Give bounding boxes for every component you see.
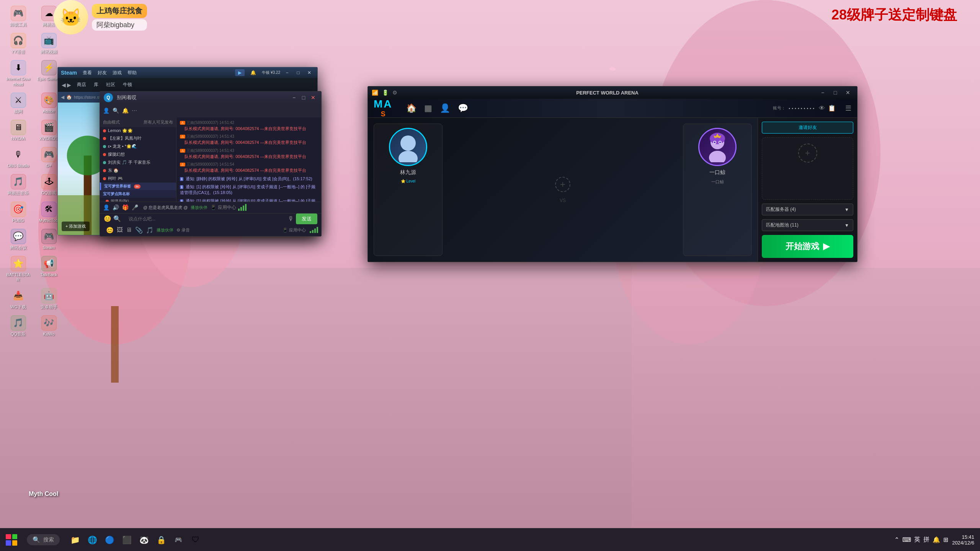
chat-record-text[interactable]: ⚙ 录音	[176, 227, 190, 233]
desktop-icon-23[interactable]: 🎶 KuWo	[34, 313, 63, 339]
desktop-icon-21[interactable]: 🤖 安卓助手	[34, 286, 63, 311]
steam-forward-btn[interactable]: ▶	[67, 82, 71, 88]
pwa-start-game-btn[interactable]: 开始游戏 ▶	[762, 235, 853, 258]
taskbar-file-explorer[interactable]: 📁	[67, 532, 83, 548]
chat-music-label[interactable]: 播放伙伴	[191, 205, 207, 210]
sidebar-item-e[interactable]: ε• 龙龙 • *🌟🌊	[100, 142, 176, 150]
sidebar-item-lemon[interactable]: Lemon 🌟🌟	[100, 127, 176, 134]
taskbar-lang-icon[interactable]: 英	[914, 536, 920, 544]
pwa-sidebar-icon[interactable]: ☰	[845, 104, 851, 112]
chat-mic-icon[interactable]: 🎤	[132, 204, 138, 210]
taskbar-chrome[interactable]: 🔵	[102, 532, 117, 548]
desktop-icon-22[interactable]: 🎵 QQ音乐	[4, 313, 33, 339]
add-game-btn[interactable]: + 添加游戏	[62, 222, 90, 231]
sidebar-item-zuojia[interactable]: 【左家】凤凰与叶	[100, 134, 176, 142]
sidebar-item-mengji[interactable]: 朦胧幻想	[100, 150, 176, 158]
chat-maximize-btn[interactable]: □	[299, 94, 308, 101]
desktop-icon-16[interactable]: 💬 腾讯会议	[4, 227, 33, 252]
taskbar-search-box[interactable]: 🔍 搜索	[27, 534, 60, 545]
chat-bell-icon[interactable]: 🔔	[122, 108, 129, 114]
desktop-icon-20[interactable]: 📥 WG下载	[4, 286, 33, 311]
pwa-add-player-btn[interactable]: +	[555, 177, 570, 192]
chat-minimize-btn[interactable]: −	[290, 94, 298, 101]
chat-bottom-file[interactable]: 📎	[135, 227, 143, 234]
pwa-nav-grid[interactable]: ▦	[424, 103, 432, 113]
taskbar-steam-icon[interactable]: 🎮	[171, 532, 186, 548]
desktop-icon-18[interactable]: ⭐ BATTLESTAR	[4, 254, 33, 284]
taskbar-start-btn[interactable]	[0, 528, 23, 551]
chat-emoji-btn[interactable]: 😊	[104, 215, 111, 222]
pwa-account-eye[interactable]: 👁	[819, 105, 825, 112]
sidebar-subitem-admin[interactable]: 管理员(8k)	[100, 198, 176, 202]
taskbar-terminal[interactable]: ⬛	[119, 532, 134, 548]
pwa-close-btn[interactable]: ✕	[843, 89, 853, 96]
pwa-window[interactable]: 📶 🔋 ⚙ PERFECT WORLD ARENA − □ ✕ MA S 🏠 ▦…	[368, 86, 858, 262]
chat-record-btn[interactable]: 🎙	[288, 215, 294, 222]
sidebar-item-lishi[interactable]: 刘洪实 🎵 手 千家音乐	[100, 158, 176, 166]
steam-play-btn[interactable]: ▶	[235, 69, 245, 76]
chat-app-icon[interactable]: 📱 应用中心	[211, 204, 236, 211]
steam-tab-store[interactable]: 商店	[77, 80, 86, 91]
steam-menu-help[interactable]: 帮助	[127, 70, 137, 76]
steam-close-btn[interactable]: ✕	[304, 69, 314, 76]
chat-message-input[interactable]	[125, 214, 284, 223]
desktop-icon-4[interactable]: ⬇ Internet Download	[4, 58, 33, 88]
steam-tab-library[interactable]: 库	[94, 80, 98, 91]
sidebar-item-dong[interactable]: 东 🏠	[100, 166, 176, 174]
desktop-icon-6[interactable]: ⚔ 战网	[4, 91, 33, 116]
taskbar-keyboard-icon[interactable]: ⌨	[902, 536, 911, 543]
taskbar-arrow-icon[interactable]: ⌃	[894, 536, 899, 543]
chat-bottom-img[interactable]: 🖼	[117, 227, 123, 233]
desktop-icon-2[interactable]: 🎧 YY语音	[4, 31, 33, 56]
pwa-nav-user[interactable]: 👤	[440, 103, 450, 113]
desktop-icon-14[interactable]: 🎯 PUBG	[4, 200, 33, 225]
taskbar-app2[interactable]: 🔒	[154, 532, 169, 548]
desktop-icon-12[interactable]: 🎵 网易云音乐	[4, 172, 33, 197]
desktop-icon-label-13: OQ游戏	[41, 191, 56, 196]
desktop-icon-10[interactable]: 🎙 OBS Studio	[4, 145, 33, 170]
steam-minimize-btn[interactable]: −	[282, 69, 292, 76]
desktop-icon-19[interactable]: 📢 TalkBack	[34, 254, 63, 284]
steam-menu-games[interactable]: 游戏	[113, 70, 122, 76]
pwa-nav-home[interactable]: 🏠	[406, 103, 416, 113]
steam-back-btn[interactable]: ◀	[62, 82, 66, 88]
taskbar-edge[interactable]: 🌐	[85, 532, 100, 548]
pwa-nav-chat[interactable]: 💬	[458, 103, 468, 113]
taskbar-ime-icon[interactable]: 拼	[923, 536, 929, 544]
pwa-maximize-btn[interactable]: □	[830, 89, 841, 96]
chat-send-btn[interactable]: 发送	[296, 214, 317, 224]
desktop-icon-8[interactable]: 🖥 NVIDIA	[4, 118, 33, 143]
taskbar-app1[interactable]: 🐼	[136, 532, 152, 548]
chat-music-text[interactable]: 播放伙伴	[157, 227, 173, 233]
taskbar-clock[interactable]: 15:41 2024/12/6	[952, 534, 974, 546]
chat-bottom-emoji[interactable]: 😊	[106, 227, 114, 234]
chat-gift-icon[interactable]: 🎁	[122, 204, 129, 210]
taskbar-notif-icon[interactable]: 🔔	[933, 536, 940, 543]
taskbar-layout-icon[interactable]: ⊞	[943, 536, 948, 543]
chat-more-icon[interactable]: ⋯	[132, 108, 137, 114]
chat-search-input-icon[interactable]: 🔍	[113, 215, 121, 222]
pwa-map-selector[interactable]: 匹配地图池 (11) ▼	[762, 219, 853, 231]
chat-bottom-music-icon[interactable]: 🎵	[146, 227, 154, 234]
steam-notif-btn[interactable]: 🔔	[250, 70, 256, 75]
steam-menu-view[interactable]: 查看	[83, 70, 92, 76]
chat-apps-text[interactable]: 📱 应用中心	[283, 227, 306, 233]
steam-menu-friends[interactable]: 好友	[98, 70, 107, 76]
desktop-icon-0[interactable]: 🎮 卸载工具	[4, 4, 33, 29]
chat-volume-icon[interactable]: 🔊	[113, 204, 119, 210]
steam-maximize-btn[interactable]: □	[293, 69, 303, 76]
chat-window[interactable]: Q 别闲着哎 − □ ✕ 👤 🔍 🔔 ⋯ 自由模式 所有人可见发布	[100, 91, 322, 236]
steam-tab-newton[interactable]: 牛顿	[123, 80, 132, 91]
chat-close-btn[interactable]: ✕	[309, 94, 317, 101]
pwa-server-selector[interactable]: 匹配服务器 (4) ▼	[762, 204, 853, 215]
taskbar-shield[interactable]: 🛡	[188, 532, 203, 548]
pwa-account-copy[interactable]: 📋	[828, 104, 836, 112]
sidebar-item-keyi[interactable]: 柯叶 🎮	[100, 174, 176, 183]
chat-search-icon[interactable]: 🔍	[113, 108, 119, 114]
chat-bottom-screen[interactable]: 🖥	[126, 227, 132, 233]
streamer-name: 阿柴bigbaby	[96, 20, 142, 29]
pwa-minimize-btn[interactable]: −	[817, 89, 828, 96]
pwa-invite-btn[interactable]: 邀请好友	[762, 122, 853, 134]
pwa-add-slot-btn[interactable]: +	[798, 143, 817, 163]
steam-tab-community[interactable]: 社区	[106, 80, 115, 91]
